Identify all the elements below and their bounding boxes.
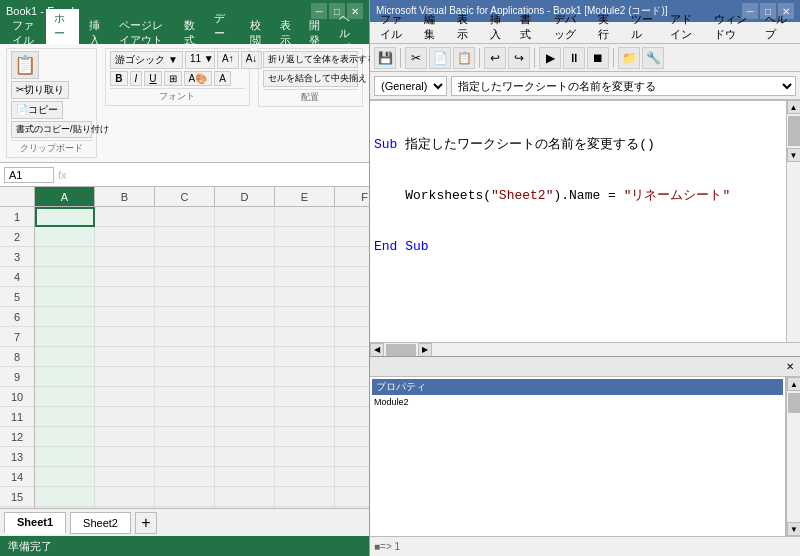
cell-3-B[interactable] <box>95 247 155 267</box>
cell-12-C[interactable] <box>155 427 215 447</box>
col-header-b[interactable]: B <box>95 187 155 206</box>
cell-10-C[interactable] <box>155 387 215 407</box>
code-scrollbar-horizontal[interactable]: ◀ ▶ <box>370 342 800 356</box>
cell-10-E[interactable] <box>275 387 335 407</box>
copy-button[interactable]: 📄コピー <box>11 101 63 119</box>
cell-3-A[interactable] <box>35 247 95 267</box>
cell-4-E[interactable] <box>275 267 335 287</box>
cell-1-A[interactable] <box>35 207 95 227</box>
cell-6-E[interactable] <box>275 307 335 327</box>
vba-run-button[interactable]: ▶ <box>539 47 561 69</box>
cell-6-A[interactable] <box>35 307 95 327</box>
cell-15-A[interactable] <box>35 487 95 507</box>
cell-11-E[interactable] <box>275 407 335 427</box>
formula-input[interactable] <box>71 169 365 181</box>
scroll-left-button[interactable]: ◀ <box>370 343 384 357</box>
cell-12-B[interactable] <box>95 427 155 447</box>
vba-save-button[interactable]: 💾 <box>374 47 396 69</box>
row-header-14[interactable]: 14 <box>0 467 34 487</box>
cell-15-B[interactable] <box>95 487 155 507</box>
cell-14-D[interactable] <box>215 467 275 487</box>
cell-15-F[interactable] <box>335 487 369 507</box>
cell-13-D[interactable] <box>215 447 275 467</box>
general-combo[interactable]: (General) <box>374 76 447 96</box>
cut-button[interactable]: ✂切り取り <box>11 81 69 99</box>
cell-9-D[interactable] <box>215 367 275 387</box>
col-header-e[interactable]: E <box>275 187 335 206</box>
vba-reset-button[interactable]: ⏹ <box>587 47 609 69</box>
cell-5-F[interactable] <box>335 287 369 307</box>
cell-15-C[interactable] <box>155 487 215 507</box>
font-color-button[interactable]: A <box>214 71 231 86</box>
col-header-f[interactable]: F <box>335 187 369 206</box>
cell-3-E[interactable] <box>275 247 335 267</box>
cell-5-E[interactable] <box>275 287 335 307</box>
cell-6-D[interactable] <box>215 307 275 327</box>
row-header-2[interactable]: 2 <box>0 227 34 247</box>
cell-11-B[interactable] <box>95 407 155 427</box>
properties-scrollbar[interactable]: ▲ ▼ <box>786 377 800 536</box>
cell-3-D[interactable] <box>215 247 275 267</box>
cell-4-A[interactable] <box>35 267 95 287</box>
cell-10-B[interactable] <box>95 387 155 407</box>
cell-9-B[interactable] <box>95 367 155 387</box>
cell-9-C[interactable] <box>155 367 215 387</box>
cell-11-A[interactable] <box>35 407 95 427</box>
scroll-thumb-h[interactable] <box>386 344 416 356</box>
cell-12-D[interactable] <box>215 427 275 447</box>
cell-4-D[interactable] <box>215 267 275 287</box>
cell-3-C[interactable] <box>155 247 215 267</box>
cell-13-C[interactable] <box>155 447 215 467</box>
cell-7-C[interactable] <box>155 327 215 347</box>
procedure-combo[interactable]: 指定したワークシートの名前を変更する <box>451 76 796 96</box>
cell-8-C[interactable] <box>155 347 215 367</box>
row-header-3[interactable]: 3 <box>0 247 34 267</box>
cell-9-F[interactable] <box>335 367 369 387</box>
font-name-combo[interactable]: 游ゴシック ▼ <box>110 51 183 69</box>
properties-scroll-up[interactable]: ▲ <box>787 377 800 391</box>
cell-1-E[interactable] <box>275 207 335 227</box>
properties-scroll-thumb[interactable] <box>788 393 800 413</box>
vba-undo-button[interactable]: ↩ <box>484 47 506 69</box>
cell-2-D[interactable] <box>215 227 275 247</box>
sheet-tab-2[interactable]: Sheet2 <box>70 512 131 534</box>
cell-11-C[interactable] <box>155 407 215 427</box>
grow-font-button[interactable]: A↑ <box>217 51 239 69</box>
cell-9-A[interactable] <box>35 367 95 387</box>
cell-7-A[interactable] <box>35 327 95 347</box>
cell-10-D[interactable] <box>215 387 275 407</box>
cell-13-A[interactable] <box>35 447 95 467</box>
cell-2-F[interactable] <box>335 227 369 247</box>
cell-14-B[interactable] <box>95 467 155 487</box>
cell-5-D[interactable] <box>215 287 275 307</box>
cell-7-B[interactable] <box>95 327 155 347</box>
cell-12-A[interactable] <box>35 427 95 447</box>
row-header-15[interactable]: 15 <box>0 487 34 507</box>
cell-2-E[interactable] <box>275 227 335 247</box>
cell-6-C[interactable] <box>155 307 215 327</box>
vba-copy-button[interactable]: 📄 <box>429 47 451 69</box>
vba-paste-button[interactable]: 📋 <box>453 47 475 69</box>
bold-button[interactable]: B <box>110 71 127 86</box>
cell-5-C[interactable] <box>155 287 215 307</box>
col-header-d[interactable]: D <box>215 187 275 206</box>
cell-14-C[interactable] <box>155 467 215 487</box>
code-scrollbar-vertical[interactable]: ▲ ▼ <box>786 100 800 342</box>
cell-7-E[interactable] <box>275 327 335 347</box>
cell-9-E[interactable] <box>275 367 335 387</box>
row-header-11[interactable]: 11 <box>0 407 34 427</box>
cell-8-F[interactable] <box>335 347 369 367</box>
cell-6-F[interactable] <box>335 307 369 327</box>
cell-1-C[interactable] <box>155 207 215 227</box>
small-panel-close-button[interactable]: ✕ <box>782 359 798 375</box>
vba-break-button[interactable]: ⏸ <box>563 47 585 69</box>
add-sheet-button[interactable]: + <box>135 512 157 534</box>
cell-10-F[interactable] <box>335 387 369 407</box>
cell-1-F[interactable] <box>335 207 369 227</box>
cell-14-A[interactable] <box>35 467 95 487</box>
cell-3-F[interactable] <box>335 247 369 267</box>
border-button[interactable]: ⊞ <box>164 71 182 86</box>
cell-14-E[interactable] <box>275 467 335 487</box>
col-header-c[interactable]: C <box>155 187 215 206</box>
cell-13-B[interactable] <box>95 447 155 467</box>
